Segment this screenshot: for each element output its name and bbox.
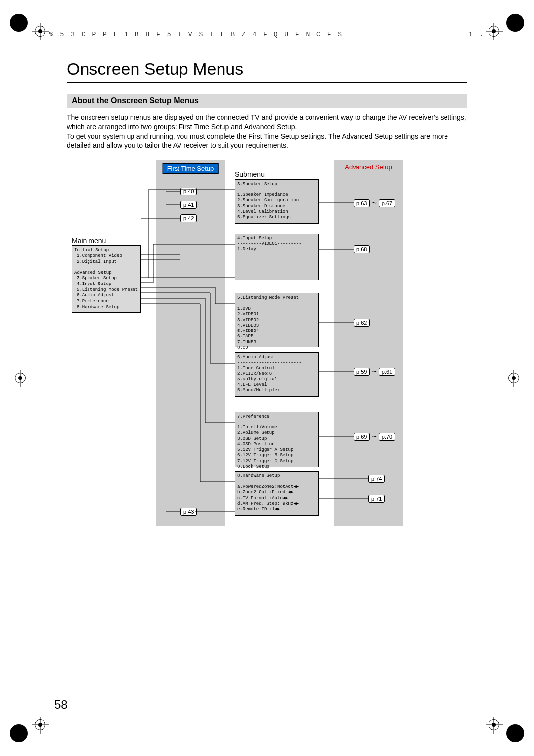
registration-mark (15, 373, 26, 383)
submenu-preference: 7.Preference ----------------------- 1.I… (235, 412, 319, 467)
main-menu-item: 2.Digital Input (74, 259, 138, 265)
registration-mark (489, 719, 499, 730)
header-code: % 5 3 C P P L 1 B H F 5 I V S T E B Z 4 … (49, 31, 343, 38)
page-ref: p.40 (180, 188, 197, 195)
main-menu-advanced: Advanced Setup (74, 270, 138, 276)
page-number: 58 (54, 698, 68, 711)
main-menu-item: 5.Listening Mode Preset (74, 287, 138, 293)
first-time-label: First Time Setup (163, 163, 219, 174)
page-ref: p.42 (180, 214, 197, 222)
main-menu-item: 3.Speaker Setup (74, 276, 138, 282)
header-right: 1 . (469, 31, 485, 38)
submenu-input-setup: 4.Input Setup ---------VIDEO1--------- 1… (235, 234, 319, 280)
page-header-code: % 5 3 C P P L 1 B H F 5 I V S T E B Z 4 … (49, 31, 485, 38)
title-rule-thin (67, 85, 467, 85)
page-ref: p.41 (180, 201, 197, 209)
page-ref-group: p.74 (368, 475, 385, 483)
section-heading: About the Onscreen Setup Menus (67, 94, 467, 108)
registration-mark (489, 26, 499, 37)
submenu-audio-adjust: 6.Audio Adjust ------------------------ … (235, 352, 319, 397)
menu-diagram: First Time Setup Advanced Setup Submenu … (67, 160, 467, 536)
main-menu-item: 6.Audio Adjust (74, 293, 138, 299)
page-title: Onscreen Setup Menus (67, 59, 467, 79)
main-menu-initial: Initial Setup (74, 248, 138, 254)
main-menu-item: 1.Component Video (74, 253, 138, 259)
page-ref-group: p.69 ~ p.70 (354, 432, 395, 441)
submenu-listening-mode: 5.Listening Mode Preset ----------------… (235, 293, 319, 347)
main-menu-box: Initial Setup 1.Component Video 2.Digita… (72, 245, 141, 313)
corner-mark (506, 724, 524, 742)
main-menu-label: Main menu (72, 237, 106, 245)
corner-mark (10, 14, 28, 32)
corner-mark (506, 14, 524, 32)
registration-mark (35, 719, 45, 730)
registration-mark (508, 373, 519, 383)
main-menu-item: 8.Hardware Setup (74, 305, 138, 311)
advanced-column: Advanced Setup (334, 160, 403, 526)
page-ref-group: p.62 (354, 319, 370, 327)
title-rule (67, 82, 467, 83)
submenu-label: Submenu (235, 170, 265, 178)
page-ref-group: p.59 ~ p.61 (354, 367, 395, 376)
submenu-speaker-setup: 3.Speaker Setup ----------------------- … (235, 179, 319, 224)
main-menu-item: 7.Preference (74, 299, 138, 305)
page-ref: p.43 (180, 508, 197, 516)
main-menu-item: 4.Input Setup (74, 282, 138, 287)
submenu-hardware-setup: 8.Hardware Setup -----------------------… (235, 471, 319, 516)
advanced-label: Advanced Setup (345, 163, 392, 171)
registration-mark (35, 26, 45, 37)
corner-mark (10, 724, 28, 742)
intro-paragraph: The onscreen setup menus are displayed o… (67, 113, 467, 150)
page-ref-group: p.63 ~ p.67 (354, 199, 395, 208)
page-ref-group: p.68 (354, 245, 370, 253)
page-ref-group: p.71 (368, 495, 385, 503)
